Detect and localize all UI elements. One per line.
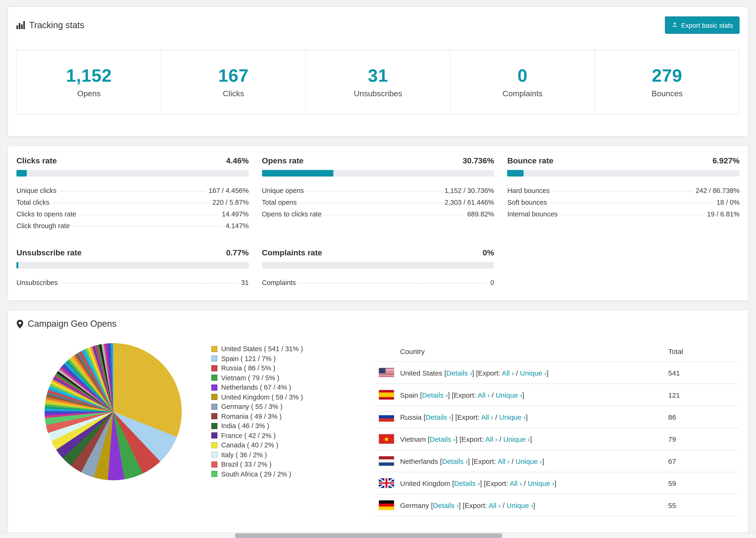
- details-link[interactable]: Details ›: [433, 501, 459, 509]
- total-value: 121: [668, 391, 739, 399]
- geo-table-row-netherlands: Netherlands [Details ›] [Export: All › /…: [374, 450, 739, 472]
- metric-label: Total clicks: [17, 198, 49, 206]
- metric-label: Unique clicks: [17, 187, 57, 194]
- metric-row: Clicks to opens rate14.497%: [17, 208, 249, 220]
- metric-value: 220 / 5.87%: [212, 198, 249, 206]
- dashboard-page: Tracking stats Export basic stats 1,152O…: [0, 0, 756, 538]
- export-unique-link[interactable]: Unique ›: [496, 391, 522, 399]
- metric-label: Soft bounces: [507, 198, 547, 206]
- total-value: 79: [668, 435, 739, 443]
- legend-item-vietnam[interactable]: Vietnam ( 79 / 5% ): [211, 373, 352, 383]
- metric-label: Total opens: [262, 198, 297, 206]
- export-all-link[interactable]: All ›: [510, 479, 522, 487]
- details-link[interactable]: Details ›: [442, 457, 468, 465]
- details-link[interactable]: Details ›: [422, 391, 448, 399]
- geo-opens-pie-chart[interactable]: [45, 343, 182, 480]
- legend-item-netherlands[interactable]: Netherlands ( 67 / 4% ): [211, 383, 352, 392]
- bar-chart-icon: [17, 21, 25, 29]
- legend-item-united-states[interactable]: United States ( 541 / 31% ): [211, 344, 352, 354]
- legend-item-russia[interactable]: Russia ( 86 / 5% ): [211, 363, 352, 373]
- stat-label: Clicks: [223, 89, 244, 99]
- legend-item-united-kingdom[interactable]: United Kingdom ( 59 / 3% ): [211, 392, 352, 402]
- stat-box-bounces: 279Bounces: [594, 50, 739, 115]
- legend-swatch: [211, 471, 217, 477]
- export-unique-link[interactable]: Unique ›: [520, 369, 546, 377]
- metric-row: Complaints0: [262, 277, 494, 288]
- horizontal-scrollbar-track[interactable]: [0, 532, 756, 538]
- legend-label: Netherlands ( 67 / 4% ): [221, 384, 291, 391]
- legend-swatch: [211, 433, 217, 439]
- metric-value: 242 / 86.738%: [696, 187, 739, 194]
- legend-swatch: [211, 365, 217, 371]
- dotted-leader: [61, 283, 238, 283]
- horizontal-scrollbar-thumb[interactable]: [235, 533, 503, 538]
- stat-value: 167: [218, 66, 249, 86]
- export-all-link[interactable]: All ›: [498, 457, 510, 465]
- legend-item-germany[interactable]: Germany ( 55 / 3% ): [211, 402, 352, 411]
- country-name: Spain: [400, 391, 418, 399]
- rate-title: Complaints rate: [262, 248, 322, 258]
- progress-bar: [507, 170, 739, 177]
- details-link[interactable]: Details ›: [430, 435, 456, 443]
- geo-opens-content: United States ( 541 / 31% )Spain ( 121 /…: [17, 341, 739, 516]
- export-unique-link[interactable]: Unique ›: [515, 457, 542, 465]
- export-all-link[interactable]: All ›: [481, 413, 493, 421]
- rate-title: Clicks rate: [17, 156, 57, 166]
- export-all-link[interactable]: All ›: [477, 391, 490, 399]
- stat-label: Bounces: [652, 89, 682, 99]
- export-unique-link[interactable]: Unique ›: [499, 413, 526, 421]
- geo-table-row-vietnam: Vietnam [Details ›] [Export: All › / Uni…: [374, 428, 739, 450]
- export-unique-link[interactable]: Unique ›: [528, 479, 554, 487]
- legend-label: Russia ( 86 / 5% ): [221, 364, 275, 372]
- legend-item-italy[interactable]: Italy ( 36 / 2% ): [211, 450, 352, 459]
- country-name: Germany: [400, 501, 429, 509]
- stat-boxes-row: 1,152Opens167Clicks31Unsubscribes0Compla…: [17, 50, 739, 115]
- export-all-link[interactable]: All ›: [485, 435, 498, 443]
- details-link[interactable]: Details ›: [425, 413, 451, 421]
- total-column-header: Total: [668, 348, 739, 355]
- legend-label: Vietnam ( 79 / 5% ): [221, 374, 279, 382]
- legend-item-south-africa[interactable]: South Africa ( 29 / 2% ): [211, 469, 352, 479]
- de-flag-icon: [378, 500, 395, 510]
- details-link[interactable]: Details ›: [454, 479, 480, 487]
- metric-label: Clicks to opens rate: [17, 210, 76, 218]
- metric-value: 2,303 / 61.446%: [445, 198, 494, 206]
- export-unique-link[interactable]: Unique ›: [503, 435, 530, 443]
- legend-item-spain[interactable]: Spain ( 121 / 7% ): [211, 354, 352, 363]
- country-name: Vietnam: [400, 435, 426, 443]
- legend-item-india[interactable]: India ( 46 / 3% ): [211, 421, 352, 431]
- progress-bar-fill: [17, 262, 18, 269]
- total-value: 86: [668, 413, 739, 421]
- total-value: 67: [668, 457, 739, 465]
- rate-title: Unsubscribe rate: [17, 248, 82, 258]
- legend-item-canada[interactable]: Canada ( 40 / 2% ): [211, 440, 352, 450]
- geo-opens-title: Campaign Geo Opens: [28, 319, 117, 329]
- metric-value: 18 / 0%: [717, 198, 739, 206]
- legend-item-brazil[interactable]: Brazil ( 33 / 2% ): [211, 459, 352, 469]
- details-link[interactable]: Details ›: [446, 369, 472, 377]
- export-basic-stats-button[interactable]: Export basic stats: [665, 17, 739, 34]
- dotted-leader: [561, 214, 704, 215]
- stat-value: 0: [517, 66, 527, 86]
- metric-row: Click through rate4.147%: [17, 220, 249, 232]
- export-unique-link[interactable]: Unique ›: [507, 501, 533, 509]
- dotted-leader: [300, 202, 441, 203]
- rate-block-complaints-rate: Complaints rate0%Complaints0: [262, 248, 494, 288]
- export-all-link[interactable]: All ›: [502, 369, 514, 377]
- metric-value: 689.82%: [467, 210, 494, 218]
- export-all-link[interactable]: All ›: [489, 501, 501, 509]
- dotted-leader: [553, 191, 692, 191]
- progress-bar: [17, 262, 249, 269]
- metric-label: Click through rate: [17, 222, 70, 229]
- es-flag-icon: [378, 390, 395, 400]
- export-button-label: Export basic stats: [681, 21, 733, 29]
- country-name: Russia: [400, 413, 422, 421]
- progress-bar: [17, 170, 249, 177]
- legend-item-france[interactable]: France ( 42 / 2% ): [211, 431, 352, 440]
- legend-item-romania[interactable]: Romania ( 49 / 3% ): [211, 411, 352, 421]
- rates-grid: Clicks rate4.46%Unique clicks167 / 4.456…: [17, 156, 739, 288]
- progress-bar: [262, 170, 494, 177]
- progress-bar-fill: [507, 170, 523, 177]
- stat-box-clicks: 167Clicks: [161, 50, 306, 115]
- legend-swatch: [211, 355, 217, 362]
